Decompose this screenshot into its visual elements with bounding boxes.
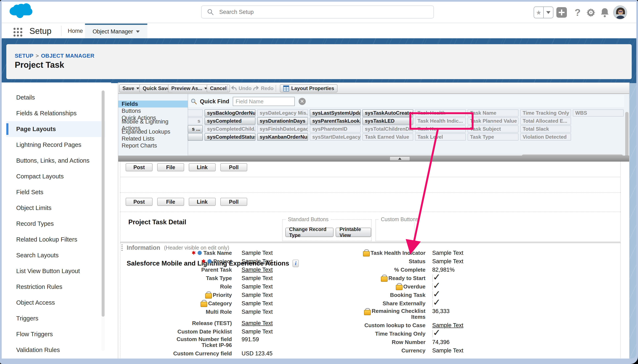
layout-field-row-task-type[interactable]: Task TypeSample Text [135, 274, 341, 282]
palette-field-total-allocated-e[interactable]: Total Allocated E... [520, 118, 571, 124]
palette-field-task-name[interactable]: Task Name [468, 110, 518, 116]
field-value[interactable]: Sample Text [242, 258, 273, 265]
palette-field-task-level[interactable]: Task Level [415, 134, 466, 140]
action-button-link[interactable]: Link [189, 198, 216, 206]
palette-field-sysstartdatelegacy[interactable]: sysStartDateLegacy [310, 134, 361, 140]
layout-field-row-remaining-checklist-items[interactable]: Remaining Checklist Items36,333 [350, 308, 548, 321]
sidebar-item-page-layouts[interactable]: Page Layouts [6, 121, 105, 137]
quick-find-input[interactable]: Field Name [233, 97, 295, 106]
sidebar-item-list-view-button-layout[interactable]: List View Button Layout [6, 263, 105, 279]
palette-splitter[interactable] [118, 156, 629, 162]
cancel-button[interactable]: Cancel [207, 84, 230, 92]
sidebar-item-restriction-rules[interactable]: Restriction Rules [6, 279, 105, 295]
action-button-post[interactable]: Post [126, 163, 152, 171]
palette-field-time-tracking-only[interactable]: Time Tracking Only [520, 110, 571, 116]
layout-field-row-time-tracking-only[interactable]: Time Tracking Only [350, 330, 548, 338]
palette-field-sysdatelegacy-mis[interactable]: sysDateLegacy Mis... [257, 110, 308, 116]
add-icon[interactable] [556, 2, 567, 23]
layout-field-row-ready-to-start[interactable]: Ready to Start [350, 274, 548, 282]
favorites-caret-icon[interactable] [544, 6, 554, 18]
sidebar-item-lightning-record-pages[interactable]: Lightning Record Pages [6, 137, 105, 153]
layout-field-row-overdue[interactable]: Overdue [350, 282, 548, 291]
sidebar-item-object-access[interactable]: Object Access [6, 295, 105, 310]
palette-field-syscompleted[interactable]: sysCompleted [204, 118, 256, 124]
breadcrumb-object-manager-link[interactable]: OBJECT MANAGER [41, 52, 94, 59]
sidebar-item-flow-triggers[interactable]: Flow Triggers [6, 326, 105, 342]
layout-field-row-role[interactable]: RoleSample Text [135, 282, 341, 291]
palette-category-report-charts[interactable]: Report Charts [118, 142, 188, 149]
palette-field-syscompletedstatuses[interactable]: sysCompletedStatuses [204, 134, 256, 140]
help-icon[interactable]: ? [572, 2, 583, 23]
layout-properties-button[interactable]: Layout Properties [280, 84, 338, 92]
undo-button[interactable]: Undo [230, 84, 252, 92]
layout-field-row-parent-task[interactable]: Parent TaskSample Text [135, 266, 341, 274]
layout-field-row-category[interactable]: CategorySample Text [135, 299, 341, 308]
palette-field-wbs[interactable]: WBS [573, 110, 624, 116]
palette-field-clipped[interactable] [188, 110, 203, 116]
layout-field-row-custom-date-picklist[interactable]: Custom Date PicklistSample Text [135, 328, 341, 336]
layout-field-row-booking-task[interactable]: Booking Task [350, 291, 548, 299]
collapse-handle[interactable] [390, 156, 410, 161]
palette-field-total-slack[interactable]: Total Slack [520, 126, 571, 132]
palette-field-sysphantomid[interactable]: sysPhantomID [310, 126, 361, 132]
action-button-file[interactable]: File [157, 198, 184, 206]
global-search-input[interactable]: Search Setup [201, 6, 434, 18]
sidebar-item-fields-relationships[interactable]: Fields & Relationships [6, 106, 105, 121]
sidebar-item-search-layouts[interactable]: Search Layouts [6, 248, 105, 263]
palette-field-syslastsystemupdate[interactable]: sysLastSystemUpdate [310, 110, 361, 116]
notifications-bell-icon[interactable] [599, 2, 611, 23]
palette-field-sysbacklogordernu[interactable]: sysBacklogOrderNu... [204, 110, 256, 116]
action-button-post[interactable]: Post [126, 198, 152, 206]
sidebar-item-field-sets[interactable]: Field Sets [6, 184, 105, 200]
action-button-link[interactable]: Link [189, 163, 216, 171]
sidebar-item-buttons-links-and-actions[interactable]: Buttons, Links, and Actions [6, 153, 105, 168]
layout-field-row-share-externally[interactable]: Share Externally [350, 299, 548, 308]
layout-field-row-project[interactable]: ✱ProjectSample Text [135, 257, 341, 266]
palette-field-task-health-indicator[interactable]: Task Health Indic... [415, 118, 466, 124]
palette-category-related-lists[interactable]: Related Lists [118, 135, 188, 142]
palette-field-task-health[interactable]: Task Health [415, 110, 466, 116]
clear-icon[interactable]: ✕ [298, 98, 306, 105]
palette-field-systaskled[interactable]: sysTaskLED [362, 118, 413, 124]
breadcrumb-setup-link[interactable]: SETUP [15, 52, 34, 59]
palette-category-mobile-lightning-actions[interactable]: Mobile & Lightning Actions [118, 122, 188, 128]
sidebar-item-compact-layouts[interactable]: Compact Layouts [6, 168, 105, 184]
layout-field-row-task-name[interactable]: ✱Task NameSample Text [135, 249, 341, 257]
palette-field-sysparenttasklook[interactable]: sysParentTaskLook... [310, 118, 361, 124]
sidebar-item-record-types[interactable]: Record Types [6, 216, 105, 232]
standard-button-change-record-type[interactable]: Change Record Type [285, 228, 334, 237]
layout-field-row-priority[interactable]: PrioritySample Text [135, 291, 341, 299]
sidebar-item-validation-rules[interactable]: Validation Rules [6, 342, 105, 358]
sidebar-item-object-limits[interactable]: Object Limits [6, 200, 105, 216]
sidebar-item-triggers[interactable]: Triggers [6, 310, 105, 326]
field-value[interactable]: Sample Text [242, 320, 273, 326]
redo-button[interactable]: Redo [253, 84, 274, 92]
tab-object-manager[interactable]: Object Manager [85, 24, 147, 38]
palette-field-task-planned-value[interactable]: Task Planned Value [468, 118, 518, 124]
layout-field-row-status[interactable]: StatusSample Text [350, 257, 548, 266]
drag-handle-icon[interactable] [121, 244, 123, 251]
favorites-control[interactable]: ★ [534, 2, 554, 23]
layout-field-row-task-health-indicator[interactable]: Task Health IndicatorSample Text [350, 249, 548, 257]
palette-field-syscompletedchild[interactable]: sysCompletedChild... [204, 126, 256, 132]
sidebar-item-related-lookup-filters[interactable]: Related Lookup Filters [6, 232, 105, 248]
setup-gear-icon[interactable] [585, 2, 597, 23]
sidebar-scrollbar[interactable] [102, 90, 105, 351]
palette-field-task-earned-value[interactable]: Task Earned Value [362, 134, 413, 140]
palette-field-task-key[interactable]: Task Key [415, 126, 466, 132]
avatar[interactable] [613, 2, 628, 23]
palette-vertical-scrollbar[interactable] [625, 106, 629, 159]
layout-field-row-custom-lookup-to-case[interactable]: Custom lookup to CaseSample Text [350, 321, 548, 330]
tab-home[interactable]: Home [64, 24, 87, 38]
layout-field-row-currency[interactable]: CurrencySample Text [350, 346, 548, 355]
palette-category-buttons[interactable]: Buttons [118, 108, 188, 114]
layout-field-row-row-number[interactable]: Row Number74,396 [350, 338, 548, 346]
palette-field-s[interactable]: s ... [188, 126, 203, 132]
preview-as-button[interactable]: Preview As... [168, 84, 211, 92]
palette-field-clipped[interactable] [188, 134, 203, 140]
action-button-poll[interactable]: Poll [220, 198, 247, 206]
action-button-file[interactable]: File [157, 163, 184, 171]
field-value[interactable]: Sample Text [242, 266, 273, 273]
favorites-star-icon[interactable]: ★ [534, 6, 544, 18]
sidebar-item-details[interactable]: Details [6, 90, 105, 106]
